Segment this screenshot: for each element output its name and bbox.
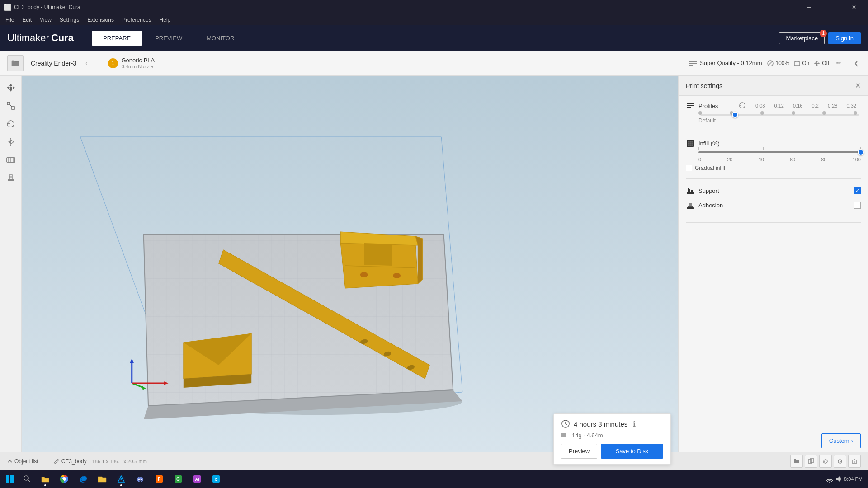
quality-edit-icon[interactable]: ✏ <box>835 58 843 68</box>
gradual-infill-row: Gradual infill <box>686 165 861 171</box>
rotate-right-button[interactable] <box>834 455 846 468</box>
infill-slider-track[interactable] <box>698 151 861 153</box>
nav-tabs: PREPARE PREVIEW MONITOR <box>92 31 245 46</box>
mirror-tool[interactable] <box>3 134 19 150</box>
menu-help[interactable]: Help <box>156 16 175 24</box>
layer-mark-028: 0.28 <box>828 103 837 108</box>
svg-line-4 <box>769 61 772 65</box>
support-checkbox[interactable]: ✓ <box>854 187 861 194</box>
move-tool[interactable] <box>3 80 19 96</box>
taskbar-folder[interactable] <box>93 471 111 487</box>
delete-button[interactable] <box>848 455 861 468</box>
search-button[interactable] <box>19 471 35 487</box>
taskbar-edge[interactable] <box>74 471 92 487</box>
menu-settings[interactable]: Settings <box>56 16 83 24</box>
svg-line-95 <box>28 480 30 482</box>
menubar: File Edit View Settings Extensions Prefe… <box>0 14 868 25</box>
rotate-left-button[interactable] <box>819 455 832 468</box>
adhesion-checkbox[interactable] <box>854 202 861 209</box>
tab-preview[interactable]: PREVIEW <box>144 31 193 46</box>
adhesion-left: Adhesion <box>686 201 735 210</box>
maximize-button[interactable]: □ <box>821 0 842 14</box>
quality-name: Super Quality - 0.12mm <box>689 59 762 67</box>
menu-edit[interactable]: Edit <box>19 16 35 24</box>
svg-text:C: C <box>215 477 218 482</box>
filament-icon <box>561 431 569 439</box>
layer-height-thumb[interactable] <box>732 112 738 118</box>
save-to-disk-button[interactable]: Save to Disk <box>601 444 663 459</box>
info-button[interactable]: ℹ <box>631 420 637 428</box>
scale-tool[interactable] <box>3 98 19 114</box>
folder-button[interactable] <box>7 55 24 71</box>
printer-chevron-icon[interactable]: ‹ <box>84 58 89 68</box>
print-material: 14g · 4.64m <box>561 431 663 439</box>
object-list-label: Object list <box>14 458 38 465</box>
marketplace-button[interactable]: Marketplace 1 <box>779 32 825 44</box>
tab-prepare[interactable]: PREPARE <box>92 31 142 46</box>
infill-60: 60 <box>790 157 795 162</box>
layer-height-slider-track[interactable] <box>700 114 859 116</box>
tab-monitor[interactable]: MONITOR <box>195 31 245 46</box>
windows-start-button[interactable] <box>2 471 18 487</box>
print-summary: 4 hours 3 minutes ℹ 14g · 4.64m Preview … <box>553 413 671 465</box>
menu-file[interactable]: File <box>2 16 18 24</box>
support-icon <box>686 186 695 195</box>
material-section: 1 Generic PLA 0.4mm Nozzle <box>108 57 155 69</box>
taskbar-file-explorer[interactable] <box>36 471 54 487</box>
signin-button[interactable]: Sign in <box>828 32 861 44</box>
taskbar-app4[interactable]: C <box>207 471 225 487</box>
taskbar-app2[interactable]: G <box>169 471 187 487</box>
custom-button[interactable]: Custom › <box>821 433 861 448</box>
percent-icon <box>767 60 774 66</box>
quality-fan[interactable]: Off <box>814 60 829 66</box>
layer-height-slider-container <box>698 114 861 116</box>
quality-section: Super Quality - 0.12mm 100% On <box>689 58 861 68</box>
duplicate-button[interactable] <box>805 455 817 468</box>
layer-mark-016: 0.16 <box>793 103 802 108</box>
rotate-tool[interactable] <box>3 116 19 132</box>
quality-percent[interactable]: 100% <box>767 60 789 66</box>
menu-extensions[interactable]: Extensions <box>84 16 118 24</box>
arrange-button[interactable] <box>790 455 803 468</box>
per-model-settings-tool[interactable] <box>3 152 19 168</box>
taskbar-chrome[interactable] <box>55 471 73 487</box>
printer-bar: Creality Ender-3 ‹ 1 Generic PLA 0.4mm N… <box>0 51 868 76</box>
minimize-button[interactable]: ─ <box>798 0 819 14</box>
object-list-toggle[interactable]: Object list <box>7 458 38 465</box>
support-tool[interactable] <box>3 170 19 186</box>
preview-button[interactable]: Preview <box>561 444 597 459</box>
taskbar-discord[interactable] <box>131 471 149 487</box>
close-button[interactable]: ✕ <box>844 0 864 14</box>
printer-panel-chevron-icon[interactable]: ❮ <box>852 58 861 68</box>
scene-canvas <box>22 76 678 452</box>
taskbar-app1[interactable]: F <box>150 471 168 487</box>
svg-point-94 <box>24 476 28 480</box>
svg-rect-77 <box>853 460 856 464</box>
left-toolbar <box>0 76 22 452</box>
viewport[interactable] <box>22 76 678 452</box>
menu-view[interactable]: View <box>36 16 55 24</box>
svg-point-46 <box>360 272 368 277</box>
svg-text:AI: AI <box>195 477 199 482</box>
object-dimensions: 186.1 x 186.1 x 20.5 mm <box>92 459 147 464</box>
panel-body: Profiles 0.08 0.12 0.16 0.2 0.28 <box>679 96 868 430</box>
adhesion-row: Adhesion <box>686 201 861 210</box>
quality-on-off[interactable]: On <box>794 60 809 66</box>
material-info: Generic PLA 0.4mm Nozzle <box>122 57 155 69</box>
gradual-infill-checkbox[interactable] <box>686 165 692 171</box>
panel-close-button[interactable]: ✕ <box>855 81 861 90</box>
svg-marker-48 <box>364 243 392 266</box>
taskbar-app3[interactable]: AI <box>188 471 206 487</box>
layer-mark-032: 0.32 <box>847 103 856 108</box>
infill-row: Infill (%) <box>686 139 861 148</box>
menu-preferences[interactable]: Preferences <box>118 16 155 24</box>
pencil-icon <box>53 458 60 465</box>
infill-thumb[interactable] <box>858 149 864 155</box>
taskbar-cura[interactable] <box>112 471 130 487</box>
taskbar-clock: 8:04 PM <box>844 476 863 482</box>
svg-point-8 <box>816 62 818 64</box>
adhesion-label: Adhesion <box>698 202 735 209</box>
svg-rect-57 <box>687 107 691 108</box>
print-time: 4 hours 3 minutes ℹ <box>561 419 663 428</box>
reset-profiles-button[interactable] <box>738 101 747 110</box>
